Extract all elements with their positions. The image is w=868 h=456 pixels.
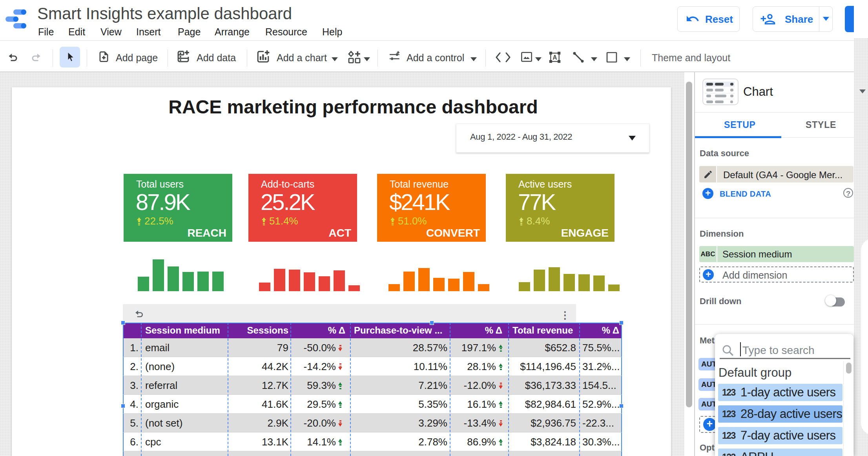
svg-text:A: A	[553, 54, 557, 61]
